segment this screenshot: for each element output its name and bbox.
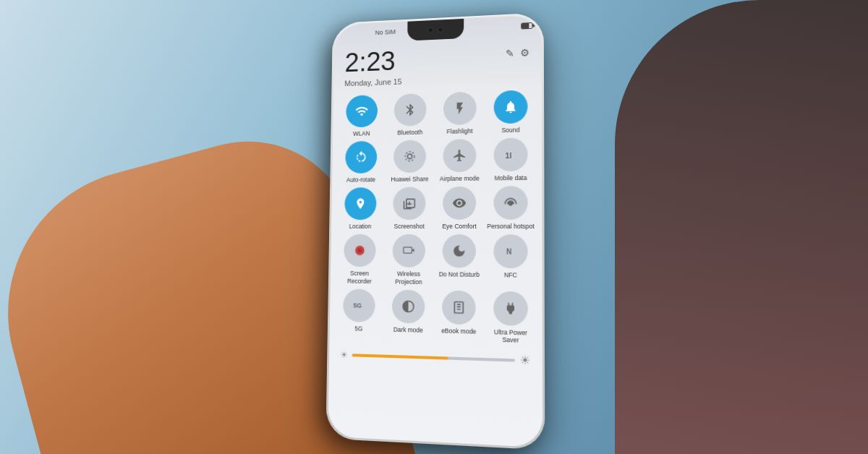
qs-item-5g[interactable]: 5G5G xyxy=(336,288,382,340)
qs-item-screenshot[interactable]: Screenshot xyxy=(386,187,432,230)
qs-icon-5g: 5G xyxy=(343,288,375,322)
battery-fill xyxy=(522,23,529,28)
qs-item-personal-hotspot[interactable]: Personal hotspot xyxy=(487,186,535,230)
qs-label-ebook-mode: eBook mode xyxy=(441,327,476,335)
brightness-fill xyxy=(352,354,448,359)
phone-shell: No SIM 2:23 Monday, June 15 xyxy=(326,12,545,450)
qs-label-dnd: Do Not Disturb xyxy=(439,271,480,279)
phone-screen: No SIM 2:23 Monday, June 15 xyxy=(328,14,542,447)
brightness-low-icon: ☀ xyxy=(340,349,348,359)
qs-label-screenshot: Screenshot xyxy=(394,223,425,230)
clock-display: 2:23 Monday, June 15 xyxy=(344,47,402,87)
svg-text:N: N xyxy=(506,248,511,257)
camera-lens-2 xyxy=(438,27,443,33)
qs-icon-airplane xyxy=(443,139,476,172)
clock-date: Monday, June 15 xyxy=(344,77,401,87)
clock-actions: ✎ ⚙ xyxy=(506,41,530,59)
qs-label-mobile-data: Mobile data xyxy=(495,174,527,182)
qs-label-ultra-power: Ultra Power Saver xyxy=(487,328,535,345)
qs-label-personal-hotspot: Personal hotspot xyxy=(487,223,535,230)
svg-text:5G: 5G xyxy=(353,301,362,309)
person-right xyxy=(615,0,868,454)
qs-icon-nfc: N xyxy=(493,235,527,269)
qs-icon-screen-recorder xyxy=(344,234,376,267)
qs-item-screen-recorder[interactable]: Screen Recorder xyxy=(337,234,382,285)
edit-icon[interactable]: ✎ xyxy=(506,48,514,59)
qs-item-sound[interactable]: Sound xyxy=(488,90,535,134)
qs-icon-ultra-power xyxy=(493,291,528,325)
qs-icon-mobile-data: 1l xyxy=(494,137,528,171)
qs-label-screen-recorder: Screen Recorder xyxy=(337,270,382,285)
qs-item-location[interactable]: Location xyxy=(338,187,383,230)
qs-item-dnd[interactable]: Do Not Disturb xyxy=(435,234,482,286)
clock-section: 2:23 Monday, June 15 ✎ ⚙ xyxy=(333,35,542,90)
camera-lens-1 xyxy=(427,27,433,33)
qs-label-wireless-projection: Wireless Projection xyxy=(386,270,431,286)
svg-point-0 xyxy=(407,154,412,159)
qs-item-bluetooth[interactable]: Bluetooth xyxy=(388,93,433,136)
battery-icon xyxy=(521,22,532,29)
qs-icon-personal-hotspot xyxy=(493,186,527,220)
qs-icon-ebook-mode xyxy=(442,290,476,325)
qs-label-flashlight: Flashlight xyxy=(446,127,472,135)
clock-time: 2:23 xyxy=(344,47,402,78)
svg-rect-7 xyxy=(404,247,412,253)
qs-item-dark-mode[interactable]: Dark mode xyxy=(386,289,432,341)
qs-label-huawei-share: Huawei Share xyxy=(391,176,428,184)
qs-item-flashlight[interactable]: Flashlight xyxy=(437,91,483,135)
qs-icon-screenshot xyxy=(393,187,425,220)
qs-label-airplane: Airplane mode xyxy=(440,175,480,183)
camera-notch xyxy=(407,19,464,41)
scene: No SIM 2:23 Monday, June 15 xyxy=(0,0,868,454)
qs-label-dark-mode: Dark mode xyxy=(393,325,423,333)
qs-item-airplane[interactable]: Airplane mode xyxy=(436,139,482,183)
qs-icon-auto-rotate xyxy=(345,141,377,174)
svg-rect-4 xyxy=(407,203,412,205)
qs-label-auto-rotate: Auto-rotate xyxy=(346,176,375,183)
qs-item-eye-comfort[interactable]: Eye Comfort xyxy=(436,187,482,231)
qs-item-auto-rotate[interactable]: Auto-rotate xyxy=(339,141,383,184)
qs-icon-flashlight xyxy=(443,91,477,125)
phone-container: No SIM 2:23 Monday, June 15 xyxy=(326,12,545,450)
qs-item-wireless-projection[interactable]: Wireless Projection xyxy=(386,234,431,286)
qs-item-wlan[interactable]: WLAN xyxy=(339,95,383,138)
qs-icon-wireless-projection xyxy=(393,234,426,267)
svg-text:1l: 1l xyxy=(505,151,511,160)
qs-icon-wlan xyxy=(346,95,378,127)
sim-status: No SIM xyxy=(375,28,396,36)
qs-label-nfc: NFC xyxy=(504,272,517,280)
quick-settings-grid: WLANBluetoothFlashlightSoundAuto-rotateH… xyxy=(329,84,542,351)
qs-icon-dark-mode xyxy=(392,289,425,323)
qs-icon-dnd xyxy=(443,234,476,268)
qs-label-5g: 5G xyxy=(354,325,362,332)
qs-item-ebook-mode[interactable]: eBook mode xyxy=(435,290,482,343)
qs-label-bluetooth: Bluetooth xyxy=(397,129,422,137)
qs-item-mobile-data[interactable]: 1lMobile data xyxy=(487,137,534,182)
svg-point-1 xyxy=(405,152,414,161)
qs-label-sound: Sound xyxy=(501,126,519,134)
settings-icon[interactable]: ⚙ xyxy=(520,47,529,59)
qs-label-wlan: WLAN xyxy=(353,129,370,137)
brightness-high-icon: ☀ xyxy=(519,353,530,367)
qs-item-ultra-power[interactable]: Ultra Power Saver xyxy=(487,291,535,344)
qs-label-location: Location xyxy=(349,223,372,230)
status-icons xyxy=(521,22,532,29)
qs-item-nfc[interactable]: NNFC xyxy=(487,234,535,287)
qs-icon-bluetooth xyxy=(394,93,427,127)
qs-icon-huawei-share xyxy=(393,140,426,173)
clock-header: 2:23 Monday, June 15 ✎ ⚙ xyxy=(344,41,529,87)
phone-inner: No SIM 2:23 Monday, June 15 xyxy=(328,14,542,447)
qs-label-eye-comfort: Eye Comfort xyxy=(442,223,476,230)
qs-item-huawei-share[interactable]: Huawei Share xyxy=(387,140,433,183)
qs-icon-sound xyxy=(494,90,528,124)
qs-icon-eye-comfort xyxy=(443,187,476,220)
qs-icon-location xyxy=(344,187,376,220)
brightness-bar[interactable] xyxy=(352,354,515,361)
